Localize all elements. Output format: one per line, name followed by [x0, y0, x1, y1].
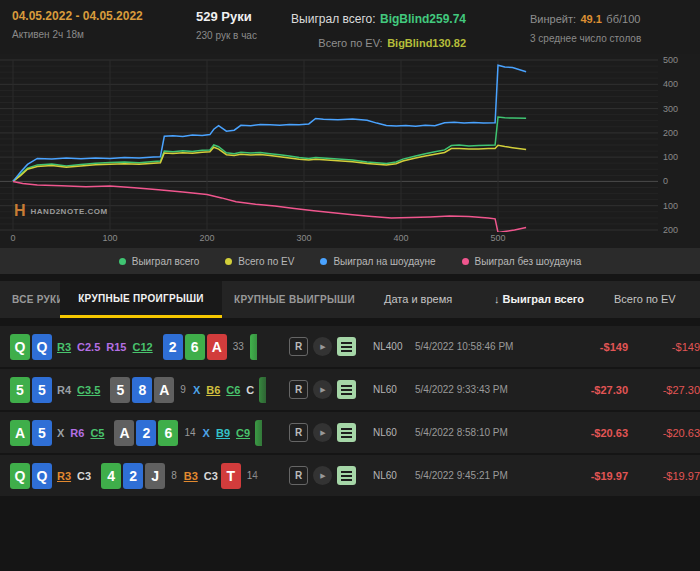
y-axis-tick-label: 100 [663, 201, 693, 211]
card-Q-c: Q [10, 463, 30, 489]
row-actions: R▶ [289, 380, 359, 399]
y-axis-tick-label: 0 [663, 176, 693, 186]
fade-overlay [251, 412, 285, 453]
tab-all-hands[interactable]: ВСЕ РУКИ [12, 281, 64, 318]
hand-row[interactable]: QQR3C2.5R15C1226A33R▶NL4005/4/2022 10:58… [0, 326, 700, 367]
hand-datetime: 5/4/2022 9:45:21 PM [415, 470, 563, 481]
row-actions: R▶ [289, 423, 359, 442]
replayer-button[interactable]: R [289, 380, 308, 399]
play-button[interactable]: ▶ [313, 466, 332, 485]
winrate-label: Винрейт: [530, 13, 576, 25]
column-header-datetime[interactable]: Дата и время [384, 281, 452, 318]
stats-header: 04.05.2022 - 04.05.2022 Активен 2ч 18м 5… [0, 0, 700, 54]
stake-label: NL400 [373, 341, 415, 352]
replayer-button[interactable]: R [289, 466, 308, 485]
list-icon [341, 342, 352, 344]
legend-item[interactable]: Всего по EV [225, 256, 294, 267]
x-axis-tick-label: 400 [391, 233, 411, 243]
hand-summary: QQR3C342J8B3C3T14 [10, 455, 285, 496]
column-header-ev[interactable]: Всего по EV [614, 281, 676, 318]
hand2note-logo: H HAND2NOTE.COM [14, 204, 108, 218]
action-label: B6 [206, 384, 220, 396]
legend-label: Выиграл на шоудауне [333, 256, 435, 267]
y-axis-tick-label: 400 [663, 79, 693, 89]
play-button[interactable]: ▶ [313, 423, 332, 442]
row-actions: R▶ [289, 466, 359, 485]
hand-datetime: 5/4/2022 9:33:43 PM [415, 384, 563, 395]
y-axis-tick-label: 300 [663, 104, 693, 114]
legend-item[interactable]: Выиграл без шоудауна [462, 256, 582, 267]
legend-dot-icon [462, 258, 469, 265]
y-axis-tick-label: 500 [663, 55, 693, 65]
stake-label: NL60 [373, 427, 415, 438]
action-label: X [203, 427, 210, 439]
pot-size: 9 [180, 384, 186, 395]
action-label: C5 [90, 427, 104, 439]
fade-overlay [251, 326, 285, 367]
winnings-chart: 5004003002001000100200 0100200300400500 … [0, 54, 700, 248]
hands-per-hour: 230 рук в час [196, 30, 257, 41]
sort-desc-icon: ↓ [494, 293, 500, 305]
list-icon [341, 385, 352, 387]
legend-dot-icon [320, 258, 327, 265]
tab-big-losses-label: КРУПНЫЕ ПРОИГРЫШИ [78, 293, 204, 304]
hand-summary: A5XR6C5A2614XB9C9 [10, 412, 285, 453]
hand-history-button[interactable] [337, 380, 356, 399]
replayer-button[interactable]: R [289, 423, 308, 442]
legend-item[interactable]: Выиграл всего [119, 256, 200, 267]
date-range-block: 04.05.2022 - 04.05.2022 Активен 2ч 18м [12, 9, 143, 40]
card-Q-c: Q [10, 334, 30, 360]
action-label: C3 [77, 470, 91, 482]
play-button[interactable]: ▶ [313, 337, 332, 356]
action-label: R3 [57, 470, 71, 482]
tab-big-wins[interactable]: КРУПНЫЕ ВЫИГРЫШИ [234, 281, 355, 318]
list-icon [341, 428, 352, 430]
won-total-value: BigBlind259.74 [380, 12, 466, 26]
x-axis-tick-label: 100 [100, 233, 120, 243]
hand-row[interactable]: QQR3C342J8B3C3T14R▶NL605/4/2022 9:45:21 … [0, 455, 700, 496]
hands-table: QQR3C2.5R15C1226A33R▶NL4005/4/2022 10:58… [0, 326, 700, 498]
list-icon [341, 471, 352, 473]
avg-tables: 3 среднее число столов [530, 33, 641, 44]
action-label: R3 [57, 341, 71, 353]
card-6-c: 6 [158, 420, 178, 446]
x-axis-tick-label: 500 [488, 233, 508, 243]
action-label: B3 [184, 470, 198, 482]
legend-dot-icon [119, 258, 126, 265]
action-label: C9 [236, 427, 250, 439]
card-A-s: A [154, 377, 174, 403]
hands-count: 529 Руки [196, 9, 257, 24]
legend-item[interactable]: Выиграл на шоудауне [320, 256, 435, 267]
won-total-label: Выиграл всего: [291, 12, 375, 26]
card-A-s: A [114, 420, 134, 446]
hand-history-button[interactable] [337, 423, 356, 442]
tab-big-losses[interactable]: КРУПНЫЕ ПРОИГРЫШИ [60, 281, 222, 318]
card-5-d: 5 [32, 377, 52, 403]
column-header-won[interactable]: ↓ Выиграл всего [494, 281, 584, 318]
action-label: R15 [106, 341, 126, 353]
hand-row[interactable]: A5XR6C5A2614XB9C9R▶NL605/4/2022 8:58:10 … [0, 412, 700, 453]
pot-size: 33 [233, 341, 244, 352]
action-label: X [57, 427, 64, 439]
hand-row[interactable]: 55R4C3.558A9XB6C6CR▶NL605/4/2022 9:33:43… [0, 369, 700, 410]
hand-history-button[interactable] [337, 337, 356, 356]
winrate-unit: бб/100 [606, 13, 640, 25]
winrate-block: Винрейт: 49.1 бб/100 3 среднее число сто… [530, 9, 641, 44]
date-range[interactable]: 04.05.2022 - 04.05.2022 [12, 9, 143, 23]
hand-summary: QQR3C2.5R15C1226A33 [10, 326, 285, 367]
action-label: R6 [70, 427, 84, 439]
card-2-d: 2 [123, 463, 143, 489]
play-button[interactable]: ▶ [313, 380, 332, 399]
ev-amount: -$27.30 [628, 384, 700, 396]
ev-total-label: Всего по EV: [318, 37, 382, 49]
action-label: C2.5 [77, 341, 100, 353]
hand-history-button[interactable] [337, 466, 356, 485]
ev-amount: -$20.63 [628, 427, 700, 439]
x-axis-tick-label: 0 [3, 233, 23, 243]
play-icon: ▶ [320, 472, 325, 480]
replayer-button[interactable]: R [289, 337, 308, 356]
action-label: B9 [216, 427, 230, 439]
pot-size: 8 [171, 470, 177, 481]
ev-amount: -$19.97 [628, 470, 700, 482]
column-header-won-label: Выиграл всего [503, 293, 584, 305]
